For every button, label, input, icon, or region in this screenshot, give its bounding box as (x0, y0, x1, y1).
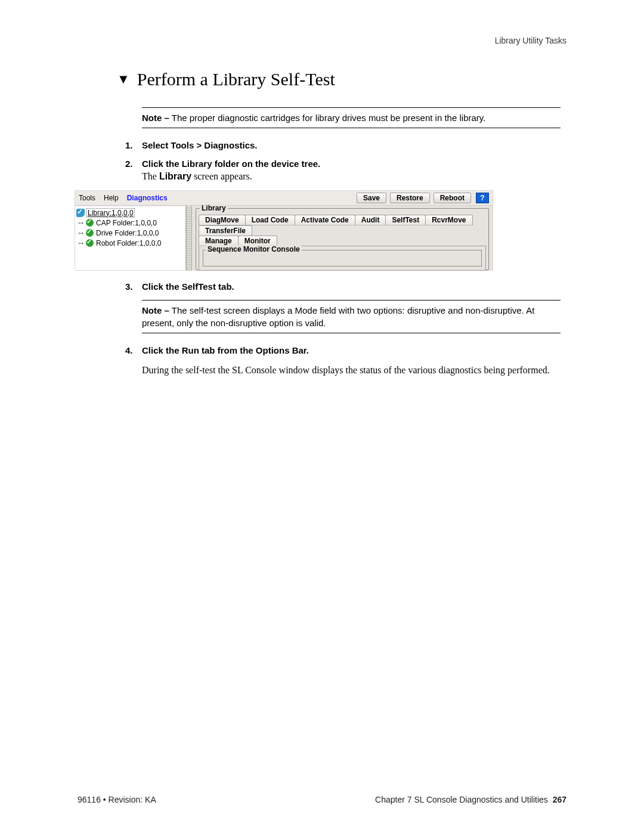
tab-rcvrmove[interactable]: RcvrMove (425, 215, 472, 225)
tab-diagmove[interactable]: DiagMove (199, 215, 246, 225)
step-number: 3. (125, 281, 142, 292)
step-2-after-bold: Library (159, 171, 191, 181)
expand-icon[interactable]: ⊶ (78, 230, 83, 236)
note-label: Note – (142, 113, 169, 123)
step-4-text: Click the Run tab from the Options Bar. (142, 345, 309, 355)
menubar: Tools Help Diagnostics Save Restore Rebo… (75, 191, 493, 206)
sequence-monitor-legend: Sequence Monitor Console (206, 245, 302, 253)
footer-chapter: Chapter 7 SL Console Diagnostics and Uti… (375, 795, 548, 804)
tab-content: Sequence Monitor Console (199, 246, 486, 271)
restore-button[interactable]: Restore (390, 193, 430, 203)
step-2-after-1: The (142, 171, 159, 181)
tree-cap-folder[interactable]: ⊶ CAP Folder:1,0,0,0 (76, 218, 184, 228)
tree-root-label: Library:1,0,0,0 (86, 208, 135, 218)
step-4-description: During the self-test the SL Console wind… (142, 364, 561, 377)
tree-drive-folder[interactable]: ⊶ Drive Folder:1,0,0,0 (76, 228, 184, 238)
check-icon (86, 219, 94, 227)
tree-cap-label: CAP Folder:1,0,0,0 (96, 219, 157, 227)
note-label-2: Note – (142, 305, 169, 315)
split-handle[interactable] (186, 206, 192, 270)
step-2-after-2: screen appears. (191, 171, 252, 181)
library-fieldset: Library DiagMove Load Code Activate Code… (196, 208, 489, 270)
menu-help[interactable]: Help (104, 194, 119, 202)
expand-icon[interactable]: ⊶ (78, 220, 83, 226)
step-number: 2. (125, 159, 142, 182)
step-2-text: Click the Library folder on the device t… (142, 159, 320, 169)
note-text-2: The self-test screen displays a Mode fie… (142, 305, 534, 328)
menu-tools[interactable]: Tools (79, 194, 95, 202)
tab-transferfile[interactable]: TransferFile (199, 225, 252, 236)
device-tree[interactable]: Library:1,0,0,0 ⊶ CAP Folder:1,0,0,0 ⊶ D… (75, 206, 186, 270)
step-1-text: Select Tools > Diagnostics. (142, 140, 258, 150)
page-title: Perform a Library Self-Test (137, 69, 335, 89)
help-icon[interactable]: ? (476, 193, 489, 203)
section-header: Library Utility Tasks (119, 36, 566, 45)
library-icon (76, 209, 85, 217)
check-icon (86, 239, 94, 247)
menu-diagnostics[interactable]: Diagnostics (127, 194, 168, 202)
note-block-2: Note – The self-test screen displays a M… (142, 300, 561, 333)
tree-robot-folder[interactable]: ⊶ Robot Folder:1,0,0,0 (76, 238, 184, 248)
save-button[interactable]: Save (357, 193, 386, 203)
check-icon (86, 229, 94, 237)
library-legend: Library (200, 204, 228, 212)
page-footer: 96116 • Revision: KA Chapter 7 SL Consol… (78, 795, 566, 804)
tab-selftest[interactable]: SelfTest (385, 215, 426, 225)
step-number: 1. (125, 140, 142, 150)
tab-audit[interactable]: Audit (355, 215, 386, 225)
tab-activatecode[interactable]: Activate Code (295, 215, 355, 225)
footer-page-number: 267 (553, 795, 566, 804)
tree-robot-label: Robot Folder:1,0,0,0 (96, 239, 161, 247)
expand-icon[interactable]: ⊶ (78, 240, 83, 246)
note-text: The proper diagnostic cartridges for lib… (169, 113, 486, 123)
note-block-1: Note – The proper diagnostic cartridges … (142, 107, 561, 128)
step-3-text: Click the SelfTest tab. (142, 281, 234, 292)
tree-library-root[interactable]: Library:1,0,0,0 (76, 208, 184, 218)
reboot-button[interactable]: Reboot (434, 193, 471, 203)
section-arrow-icon: ▼ (117, 73, 130, 86)
footer-left: 96116 • Revision: KA (78, 795, 156, 804)
tab-loadcode[interactable]: Load Code (245, 215, 295, 225)
tree-drive-label: Drive Folder:1,0,0,0 (96, 229, 159, 237)
app-screenshot: Tools Help Diagnostics Save Restore Rebo… (75, 190, 493, 271)
step-number: 4. (125, 345, 142, 355)
